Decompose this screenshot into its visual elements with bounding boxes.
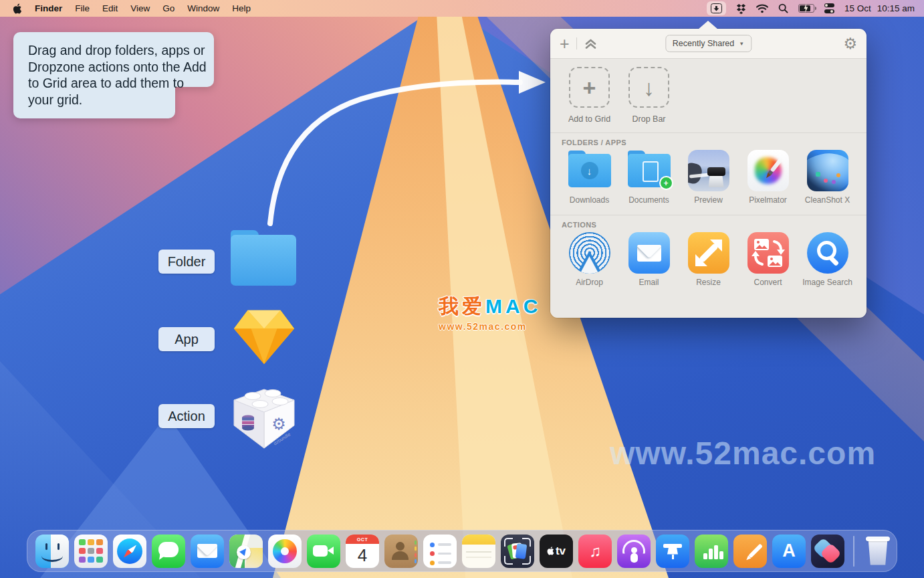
- dock-facetime-icon[interactable]: [307, 535, 340, 568]
- panel-content: + Add to Grid ↓ Drop Bar FOLDERS / APPS …: [550, 59, 867, 318]
- dock-music-icon[interactable]: ♫: [578, 535, 612, 568]
- apple-logo-glyph: [547, 547, 554, 555]
- item-cleanshot[interactable]: CleanShot X: [798, 149, 857, 205]
- drop-bar-label: Drop Bar: [632, 114, 665, 124]
- item-resize[interactable]: Resize: [679, 231, 738, 287]
- dock-keynote-icon[interactable]: [656, 535, 689, 568]
- download-arrow-badge: ↓: [581, 162, 598, 179]
- dock-podcasts-icon[interactable]: [617, 535, 651, 568]
- add-button[interactable]: +: [560, 37, 570, 50]
- desktop-screen: 我爱MAC www.52mac.com www.52mac.com Drag a…: [0, 0, 924, 578]
- item-convert[interactable]: Convert: [738, 231, 798, 287]
- cleanshot-app-icon: [807, 150, 848, 191]
- menu-edit[interactable]: Edit: [102, 3, 118, 13]
- calendar-month: OCT: [346, 535, 379, 544]
- drop-bar-target[interactable]: ↓ Drop Bar: [619, 67, 679, 124]
- menu-app-name[interactable]: Finder: [35, 3, 62, 13]
- collapse-chevrons-icon[interactable]: [584, 38, 598, 50]
- dock-launchpad-icon[interactable]: [74, 535, 108, 568]
- menu-view[interactable]: View: [130, 3, 150, 13]
- item-label: Documents: [628, 195, 669, 205]
- filter-dropdown-label: Recently Shared: [673, 39, 734, 48]
- section-divider: [550, 215, 867, 215]
- dropbox-menubar-icon[interactable]: [736, 3, 746, 14]
- tv-label: tv: [556, 545, 566, 558]
- item-email[interactable]: Email: [619, 231, 679, 287]
- automator-brick-icon[interactable]: ⚙ dzbundle: [231, 385, 298, 451]
- dock-maps-icon[interactable]: [229, 535, 263, 568]
- dock-finder-icon[interactable]: [35, 535, 69, 568]
- image-search-magnifier-icon: [807, 232, 848, 274]
- dock-photos-icon[interactable]: [268, 535, 302, 568]
- folders-apps-section-title: FOLDERS / APPS: [562, 138, 867, 147]
- dock-contacts-icon[interactable]: [384, 535, 418, 568]
- dock-messages-icon[interactable]: [152, 535, 185, 568]
- item-label: Image Search: [802, 278, 852, 287]
- menu-bar: Finder File Edit View Go Window Help: [0, 0, 924, 17]
- item-downloads[interactable]: ↓ Downloads: [560, 149, 619, 205]
- item-image-search[interactable]: Image Search: [798, 231, 857, 287]
- wifi-icon[interactable]: [756, 4, 768, 13]
- gear-glyph: ⚙: [271, 415, 286, 433]
- item-pixelmator[interactable]: Pixelmator: [738, 149, 798, 205]
- item-label: Email: [639, 278, 659, 287]
- tooltip-text: Drag and drop folders, apps or Dropzone …: [28, 42, 207, 108]
- airdrop-icon: [569, 232, 610, 274]
- folder-body: [231, 235, 296, 286]
- item-label: Pixelmator: [749, 195, 787, 205]
- app-store-a-glyph: A: [782, 541, 796, 561]
- control-center-icon[interactable]: [824, 3, 834, 14]
- dock-reminders-icon[interactable]: [423, 535, 457, 568]
- dropzone-menubar-icon[interactable]: [707, 1, 726, 15]
- pixelmator-app-icon: [747, 150, 789, 191]
- folders-apps-row: ↓ Downloads + Documents: [550, 149, 867, 205]
- down-arrow-icon: ↓: [628, 67, 669, 108]
- dock-trash-icon[interactable]: [863, 535, 893, 568]
- item-airdrop[interactable]: AirDrop: [560, 231, 619, 287]
- filter-dropdown[interactable]: Recently Shared ▼: [665, 35, 752, 52]
- item-documents[interactable]: + Documents: [619, 149, 679, 205]
- folder-example-label: Folder: [158, 250, 215, 274]
- menu-go[interactable]: Go: [162, 3, 175, 13]
- add-to-grid-target[interactable]: + Add to Grid: [560, 67, 619, 124]
- item-label: CleanShot X: [805, 195, 850, 205]
- section-divider: [550, 132, 867, 133]
- dock-shortcuts-icon[interactable]: [811, 535, 844, 568]
- documents-folder-icon: +: [628, 154, 671, 187]
- actions-row: AirDrop Email Re: [550, 231, 867, 287]
- drop-targets-row: + Add to Grid ↓ Drop Bar: [550, 59, 867, 124]
- panel-toolbar: + Recently Shared ▼ ⚙: [550, 29, 867, 59]
- music-note-glyph: ♫: [589, 542, 601, 561]
- panel-notch: [698, 21, 718, 29]
- dock-calendar-icon[interactable]: OCT 4: [346, 535, 379, 568]
- dock-apple-tv-icon[interactable]: tv: [540, 535, 573, 568]
- battery-icon[interactable]: [798, 4, 814, 13]
- menu-file[interactable]: File: [75, 3, 90, 13]
- sketch-diamond-icon[interactable]: [231, 306, 297, 367]
- menubar-date: 15 Oct: [844, 3, 871, 13]
- menu-window[interactable]: Window: [187, 3, 219, 13]
- gear-icon[interactable]: ⚙: [843, 36, 857, 52]
- dock-safari-icon[interactable]: [113, 535, 146, 568]
- email-envelope-icon: [628, 232, 670, 274]
- item-label: AirDrop: [576, 278, 603, 287]
- dock-notes-icon[interactable]: [462, 535, 495, 568]
- dock-mail-icon[interactable]: [191, 535, 224, 568]
- preview-app-icon: [688, 150, 729, 191]
- action-example-label: Action: [158, 404, 215, 428]
- menubar-time: 10:15 am: [877, 3, 915, 13]
- dock-scan-stack-icon[interactable]: [501, 535, 534, 568]
- apple-menu-icon[interactable]: [13, 3, 22, 14]
- spotlight-search-icon[interactable]: [778, 3, 788, 13]
- item-label: Preview: [694, 195, 723, 205]
- menubar-clock[interactable]: 15 Oct 10:15 am: [844, 3, 915, 13]
- dock-app-store-icon[interactable]: A: [772, 535, 806, 568]
- dock-pages-icon[interactable]: [733, 535, 767, 568]
- dock-numbers-icon[interactable]: [695, 535, 728, 568]
- onboarding-tooltip: Drag and drop folders, apps or Dropzone …: [13, 32, 214, 118]
- plus-icon: +: [569, 67, 610, 108]
- menu-help[interactable]: Help: [232, 3, 251, 13]
- item-preview[interactable]: Preview: [679, 149, 738, 205]
- dock-divider: [853, 536, 854, 567]
- blue-folder-icon[interactable]: [231, 235, 296, 286]
